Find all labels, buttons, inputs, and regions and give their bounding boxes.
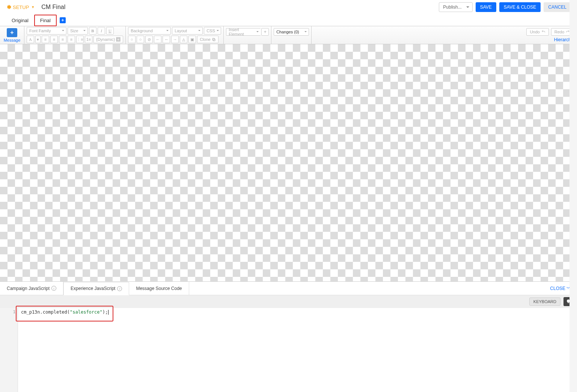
editor-mini-toolbar: KEYBOARD	[0, 295, 577, 308]
bottom-tabs: Campaign JavaScript i Experience JavaScr…	[0, 282, 577, 295]
list-ul-button[interactable]: ⋮≡	[76, 36, 84, 43]
align-left-button[interactable]: ≡	[42, 36, 49, 43]
toolbar-right-group: Undo Redo Hierarchy	[523, 26, 577, 44]
font-family-select[interactable]: Font Family	[27, 27, 66, 35]
bold-button[interactable]: B	[89, 27, 96, 35]
line-number: 1	[0, 309, 15, 314]
insert-element-select[interactable]: Insert Element	[226, 28, 261, 36]
arrow-right-button[interactable]: →	[171, 36, 179, 43]
tab-campaign-js[interactable]: Campaign JavaScript i	[0, 282, 63, 295]
editor-area: KEYBOARD 1 cm_p13n.completed("salesforce…	[0, 295, 577, 392]
page-title: CM Final	[41, 4, 65, 11]
cancel-button[interactable]: CANCEL	[544, 2, 571, 12]
toolbar-font-group: Font Family Size B I U A ▾ ≡ ≡ ≡ ≡ ⋮≡ 1≡…	[24, 26, 126, 44]
toolbar-insert-group: Insert Element +	[224, 26, 271, 44]
clone-icon	[212, 38, 216, 42]
text-cursor	[108, 310, 108, 315]
message-button[interactable]: + Message	[2, 28, 22, 42]
shape-circle2-button[interactable]: ○	[137, 36, 144, 43]
variant-tabs: Original Final +	[0, 14, 577, 26]
toolbar-changes-group: Changes (0)	[271, 26, 312, 44]
setup-link[interactable]: SETUP ▼	[6, 5, 35, 10]
font-size-select[interactable]: Size	[68, 27, 88, 35]
save-close-button[interactable]: SAVE & CLOSE	[499, 2, 541, 12]
align-right-button[interactable]: ≡	[59, 36, 66, 43]
text-color-button[interactable]: A	[27, 36, 34, 43]
save-button[interactable]: SAVE	[476, 2, 496, 12]
background-select[interactable]: Background	[128, 27, 171, 35]
caret-down-icon: ▼	[31, 5, 35, 9]
style-icon1-button[interactable]: ◬	[180, 36, 187, 43]
editor-toolbar: + Message Font Family Size B I U A ▾ ≡ ≡…	[0, 26, 577, 44]
arrow-left-button[interactable]: ←	[154, 36, 161, 43]
add-tab-button[interactable]: +	[60, 17, 66, 23]
tab-final[interactable]: Final	[34, 15, 57, 26]
keyboard-button[interactable]: KEYBOARD	[529, 297, 560, 306]
header-bar: SETUP ▼ CM Final Publish... SAVE SAVE & …	[0, 0, 577, 14]
gear-icon	[6, 5, 11, 10]
setup-label: SETUP	[13, 5, 29, 10]
info-icon[interactable]: i	[51, 286, 56, 291]
publish-dropdown[interactable]: Publish...	[439, 2, 472, 12]
changes-select[interactable]: Changes (0)	[274, 28, 309, 36]
bottom-panel: Campaign JavaScript i Experience JavaScr…	[0, 282, 577, 392]
underline-button[interactable]: U	[106, 27, 114, 35]
insert-element-plus[interactable]: +	[261, 28, 269, 36]
align-justify-button[interactable]: ≡	[68, 36, 75, 43]
code-editor[interactable]: 1 cm_p13n.completed("salesforce");	[0, 308, 577, 392]
undo-button[interactable]: Undo	[526, 28, 548, 36]
text-color-caret[interactable]: ▾	[35, 36, 41, 43]
layout-select[interactable]: Layout	[172, 27, 203, 35]
page-right-scrollbar[interactable]	[569, 0, 577, 392]
undo-icon	[541, 30, 545, 34]
canvas-checkerboard[interactable]	[0, 44, 577, 281]
info-icon[interactable]: i	[117, 286, 122, 291]
code-content[interactable]: cm_p13n.completed("salesforce");	[18, 308, 577, 392]
toolbar-message-group: + Message	[0, 26, 24, 44]
style-icon2-button[interactable]: ▣	[188, 36, 196, 43]
toolbar-style-group: Background Layout CSS ○ ○ ⊘ ← ↔ → ◬ ▣ Cl…	[126, 26, 224, 44]
plus-icon: +	[116, 37, 121, 42]
svg-rect-1	[212, 38, 215, 40]
tab-message-source[interactable]: Message Source Code	[129, 282, 189, 295]
clone-button[interactable]: Clone	[197, 36, 218, 43]
line-gutter: 1	[0, 308, 18, 392]
css-select[interactable]: CSS	[204, 27, 221, 35]
tab-experience-js[interactable]: Experience JavaScript i	[63, 282, 129, 295]
italic-button[interactable]: I	[98, 27, 105, 35]
align-center-button[interactable]: ≡	[50, 36, 58, 43]
arrow-lr-button[interactable]: ↔	[163, 36, 170, 43]
list-ol-button[interactable]: 1≡	[85, 36, 92, 43]
shape-circle-button[interactable]: ○	[128, 36, 136, 43]
tab-original[interactable]: Original	[6, 15, 34, 26]
message-plus-icon: +	[7, 28, 17, 37]
shape-forbid-button[interactable]: ⊘	[145, 36, 153, 43]
svg-rect-0	[213, 39, 215, 41]
code-line: cm_p13n.completed("salesforce");	[21, 309, 574, 315]
dynamic-content-button[interactable]: {Dynamic}+	[93, 36, 123, 43]
close-panel-button[interactable]: CLOSE ︾	[550, 286, 570, 291]
canvas-container	[0, 44, 577, 282]
